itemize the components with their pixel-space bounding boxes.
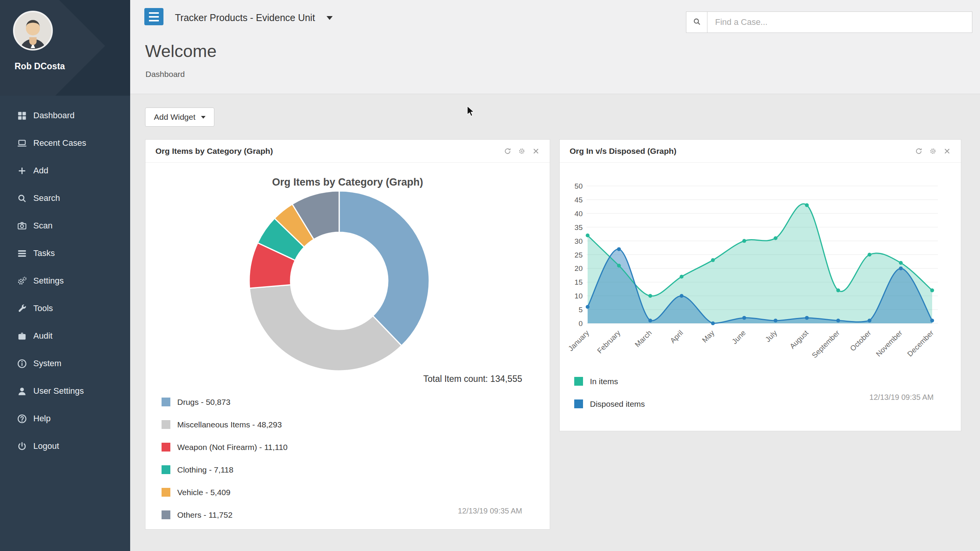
legend-label: Others - 11,752 xyxy=(177,510,232,520)
sidebar-item-tasks[interactable]: Tasks xyxy=(0,240,130,267)
svg-text:15: 15 xyxy=(575,278,583,286)
sidebar-item-system[interactable]: System xyxy=(0,350,130,377)
sidebar-item-help[interactable]: Help xyxy=(0,405,130,432)
donut-slice-miscellaneous-items xyxy=(250,285,402,371)
sidebar-item-user-settings[interactable]: User Settings xyxy=(0,377,130,405)
widget-org-in-vs-disposed: Org In v/s Disposed (Graph) 051015202530… xyxy=(559,139,961,431)
point-in-items xyxy=(711,258,715,262)
widget-body: 05101520253035404550JanuaryFebruaryMarch… xyxy=(560,163,961,431)
case-search-input[interactable] xyxy=(707,11,972,33)
refresh-icon[interactable] xyxy=(504,147,511,155)
tasks-icon xyxy=(17,248,27,259)
hamburger-menu-button[interactable] xyxy=(144,8,163,25)
svg-text:0: 0 xyxy=(578,320,583,328)
close-icon[interactable] xyxy=(532,147,540,155)
point-disposed-items xyxy=(711,321,715,325)
legend-label: Vehicle - 5,409 xyxy=(177,488,230,497)
point-in-items xyxy=(617,264,621,267)
sidebar-item-label: Scan xyxy=(33,221,52,231)
point-in-items xyxy=(679,275,683,279)
point-in-items xyxy=(899,261,903,265)
legend-item-clothing: Clothing - 7,118 xyxy=(162,465,287,474)
breadcrumb: Dashboard xyxy=(145,70,185,79)
sidebar-item-audit[interactable]: Audit xyxy=(0,322,130,350)
case-search xyxy=(686,11,972,33)
sidebar-item-logout[interactable]: Logout xyxy=(0,432,130,460)
svg-text:June: June xyxy=(730,329,747,346)
chevron-down-icon[interactable] xyxy=(327,16,333,20)
svg-text:20: 20 xyxy=(575,264,583,272)
close-icon[interactable] xyxy=(943,147,951,155)
point-in-items xyxy=(774,236,777,240)
sidebar-item-scan[interactable]: Scan xyxy=(0,212,130,240)
add-widget-label: Add Widget xyxy=(154,112,196,122)
legend-label: Miscellaneous Items - 48,293 xyxy=(177,420,282,429)
legend-swatch xyxy=(162,420,170,429)
sidebar-item-label: Audit xyxy=(33,331,52,341)
recent-cases-icon xyxy=(17,138,27,148)
sidebar-item-dashboard[interactable]: Dashboard xyxy=(0,102,130,129)
sidebar-item-recent-cases[interactable]: Recent Cases xyxy=(0,129,130,157)
gear-icon[interactable] xyxy=(929,147,937,155)
refresh-icon[interactable] xyxy=(915,147,923,155)
legend-label: In items xyxy=(590,377,618,386)
svg-text:30: 30 xyxy=(575,237,583,245)
widget-actions xyxy=(915,147,951,155)
legend-swatch xyxy=(162,398,170,406)
settings-icon xyxy=(17,276,27,286)
point-in-items xyxy=(867,253,871,257)
point-disposed-items xyxy=(617,247,621,251)
dashboard-icon xyxy=(17,111,27,121)
widget-header: Org In v/s Disposed (Graph) xyxy=(560,140,961,163)
point-disposed-items xyxy=(586,305,590,309)
app-title-dropdown[interactable]: Tracker Products - Evidence Unit xyxy=(175,0,333,36)
legend-swatch xyxy=(162,443,170,452)
legend-item-disposed-items: Disposed items xyxy=(574,399,645,408)
user-name: Rob DCosta xyxy=(15,61,65,72)
point-in-items xyxy=(586,233,590,237)
widget-actions xyxy=(504,147,540,155)
legend-item-drugs: Drugs - 50,873 xyxy=(162,398,287,406)
avatar xyxy=(13,11,53,51)
sidebar-item-label: Recent Cases xyxy=(33,138,86,148)
sidebar-item-search[interactable]: Search xyxy=(0,184,130,212)
sidebar-item-label: Settings xyxy=(33,276,64,286)
line-chart: 05101520253035404550JanuaryFebruaryMarch… xyxy=(560,163,961,369)
svg-text:35: 35 xyxy=(575,223,583,231)
point-disposed-items xyxy=(742,316,746,320)
widget-timestamp: 12/13/19 09:35 AM xyxy=(869,393,934,402)
legend-label: Drugs - 50,873 xyxy=(177,398,230,407)
widget-org-items-by-category: Org Items by Category (Graph) Org Items … xyxy=(145,139,550,530)
add-widget-button[interactable]: Add Widget xyxy=(145,108,214,127)
sidebar-item-add[interactable]: Add xyxy=(0,157,130,184)
legend-swatch xyxy=(162,510,170,519)
svg-text:25: 25 xyxy=(575,251,583,259)
point-in-items xyxy=(836,289,840,292)
total-item-count: Total Item count: 134,555 xyxy=(423,374,522,384)
widget-title: Org In v/s Disposed (Graph) xyxy=(570,147,676,156)
point-in-items xyxy=(648,294,652,298)
sidebar: Rob DCosta DashboardRecent CasesAddSearc… xyxy=(0,0,130,551)
point-disposed-items xyxy=(679,294,683,298)
system-icon xyxy=(17,359,27,369)
gear-icon[interactable] xyxy=(518,147,526,155)
legend-item-miscellaneous-items: Miscellaneous Items - 48,293 xyxy=(162,420,287,429)
search-button[interactable] xyxy=(686,11,707,33)
point-disposed-items xyxy=(899,266,903,270)
scan-icon xyxy=(17,221,27,231)
point-in-items xyxy=(742,239,746,243)
svg-text:February: February xyxy=(596,329,622,355)
help-icon xyxy=(17,414,27,424)
mouse-cursor xyxy=(466,106,475,117)
sidebar-item-settings[interactable]: Settings xyxy=(0,267,130,295)
sidebar-item-tools[interactable]: Tools xyxy=(0,295,130,322)
svg-text:October: October xyxy=(849,329,873,353)
line-legend: In itemsDisposed items xyxy=(574,377,645,422)
widget-header: Org Items by Category (Graph) xyxy=(145,140,550,163)
donut-slice-drugs xyxy=(339,191,429,346)
svg-text:10: 10 xyxy=(575,292,583,300)
point-in-items xyxy=(930,289,934,292)
widget-body: Org Items by Category (Graph) Total Item… xyxy=(145,163,550,529)
widget-title: Org Items by Category (Graph) xyxy=(155,147,273,156)
sidebar-item-label: Tasks xyxy=(33,248,55,258)
